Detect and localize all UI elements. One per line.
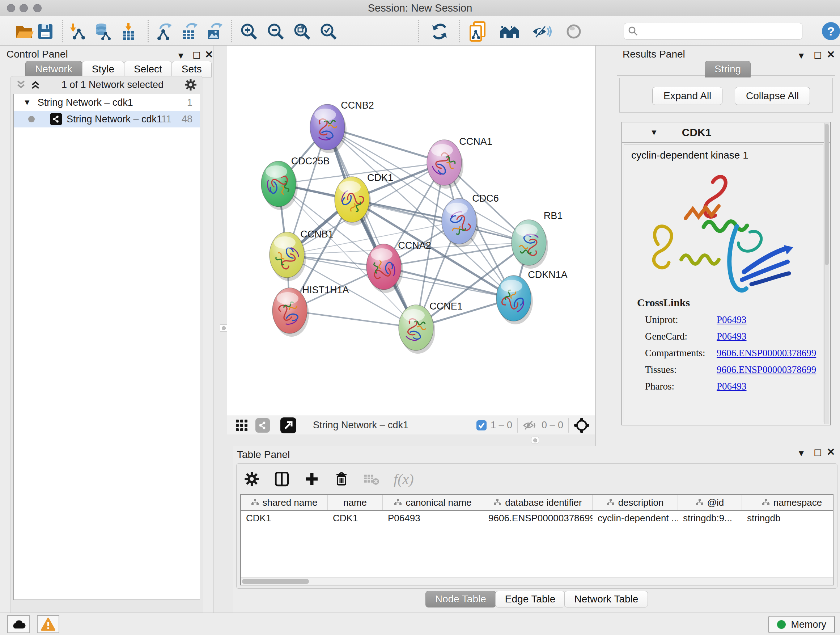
table-settings-gear-icon[interactable]: [244, 471, 260, 487]
control-panel-float-icon[interactable]: ◻: [193, 49, 201, 60]
import-table-file-button[interactable]: [118, 21, 139, 42]
window-zoom-button[interactable]: [33, 4, 42, 12]
collapse-all-button[interactable]: Collapse All: [735, 87, 810, 105]
left-splitter-handle[interactable]: [220, 325, 227, 332]
tab-select[interactable]: Select: [124, 61, 172, 78]
crosslink-link[interactable]: P06493: [717, 381, 747, 392]
network-node-CDK1[interactable]: CDK1: [335, 172, 393, 226]
tab-string[interactable]: String: [705, 61, 751, 78]
table-panel-float-icon[interactable]: ◻: [813, 446, 822, 458]
network-node-CCNA1[interactable]: CCNA1: [427, 136, 493, 188]
tab-network[interactable]: Network: [25, 61, 82, 78]
show-all-button[interactable]: [564, 21, 584, 42]
results-panel-menu-icon[interactable]: ▼: [797, 51, 806, 61]
selected-checkbox-icon[interactable]: [476, 420, 487, 431]
add-column-icon[interactable]: [304, 471, 320, 487]
table-panel-close-icon[interactable]: ✕: [827, 446, 835, 458]
export-network-button[interactable]: [154, 21, 174, 42]
expand-all-button[interactable]: Expand All: [652, 87, 722, 105]
import-network-database-button[interactable]: [92, 21, 112, 42]
clone-network-button[interactable]: [469, 21, 489, 42]
network-node-CCNB2[interactable]: CCNB2: [310, 100, 374, 153]
export-table-button[interactable]: [179, 21, 199, 42]
tab-node-table[interactable]: Node Table: [425, 591, 496, 608]
apply-layout-button[interactable]: [430, 21, 450, 42]
network-node-CDKN1A[interactable]: CDKN1A: [496, 269, 568, 325]
export-image-button[interactable]: [204, 21, 224, 42]
hide-selected-button[interactable]: [532, 21, 552, 42]
network-canvas[interactable]: CCNB2CCNA1CDC25BCDK1CDC6RB1CCNB1CCNA2CDK…: [227, 46, 595, 416]
column-header-canonical-name[interactable]: canonical name: [383, 495, 483, 510]
cell-canonical-name[interactable]: P06493: [383, 513, 483, 524]
table-horizontal-scrollbar[interactable]: [241, 578, 833, 585]
neighborhood-button[interactable]: [500, 21, 520, 42]
control-panel-menu-icon[interactable]: ▼: [177, 51, 185, 61]
crosslink-link[interactable]: P06493: [717, 314, 747, 325]
results-scrollbar-thumb[interactable]: [825, 124, 829, 265]
zoom-selected-button[interactable]: [318, 21, 339, 42]
cell-shared-name[interactable]: CDK1: [241, 513, 328, 524]
tab-sets[interactable]: Sets: [172, 61, 212, 78]
network-node-RB1[interactable]: RB1: [512, 211, 562, 269]
cell-name[interactable]: CDK1: [328, 513, 383, 524]
tab-style[interactable]: Style: [82, 61, 124, 78]
save-session-button[interactable]: [35, 21, 55, 42]
cell-description[interactable]: cyclin-dependent ...: [592, 513, 678, 524]
table-row[interactable]: CDK1CDK1P064939606.ENSP00000378699cyclin…: [241, 511, 833, 525]
collapse-all-icon[interactable]: [16, 79, 27, 90]
gear-icon[interactable]: [184, 78, 197, 91]
results-panel-close-icon[interactable]: ✕: [827, 49, 835, 60]
tree-expander-icon[interactable]: ▼: [23, 98, 31, 107]
network-node-CCNB1[interactable]: CCNB1: [270, 229, 333, 281]
birdseye-toggle-icon[interactable]: [280, 417, 296, 433]
network-node-HIST1H1A[interactable]: HIST1H1A: [272, 285, 349, 337]
zoom-fit-button[interactable]: [292, 21, 312, 42]
zoom-in-button[interactable]: [239, 21, 259, 42]
crosslink-link[interactable]: 9606.ENSP00000378699: [717, 364, 816, 375]
import-network-file-button[interactable]: [67, 21, 87, 42]
column-header--id[interactable]: @id: [678, 495, 742, 510]
column-header-shared-name[interactable]: shared name: [241, 495, 328, 510]
search-input[interactable]: [638, 26, 794, 37]
crosslink-link[interactable]: P06493: [717, 331, 747, 342]
crosslink-link[interactable]: 9606.ENSP00000378699: [717, 348, 816, 359]
network-row[interactable]: String Network – cdk1 11 48: [14, 111, 200, 127]
fit-selection-crosshair-icon[interactable]: [574, 417, 590, 433]
tab-edge-table[interactable]: Edge Table: [495, 591, 565, 608]
table-scrollbar-thumb[interactable]: [242, 579, 309, 584]
window-close-button[interactable]: [7, 4, 15, 12]
cloud-button[interactable]: [7, 615, 30, 633]
zoom-out-button[interactable]: [265, 21, 286, 42]
memory-button[interactable]: Memory: [768, 616, 835, 633]
network-edge-CCNB2-CCNE1[interactable]: [327, 127, 416, 328]
cell-namespace[interactable]: stringdb: [742, 513, 834, 524]
table-panel-menu-icon[interactable]: ▼: [797, 448, 806, 458]
cell--id[interactable]: stringdb:9...: [678, 513, 742, 524]
network-node-CCNA2[interactable]: CCNA2: [366, 240, 431, 293]
hidden-eye-icon[interactable]: [523, 419, 538, 432]
column-header-name[interactable]: name: [328, 495, 383, 510]
results-panel-float-icon[interactable]: ◻: [813, 49, 822, 60]
warnings-button[interactable]: [37, 615, 59, 633]
delete-column-trash-icon[interactable]: [333, 471, 349, 487]
network-collection-row[interactable]: ▼ String Network – cdk1 1: [14, 94, 200, 111]
column-header-database-identifier[interactable]: database identifier: [483, 495, 592, 510]
string-network-graph[interactable]: CCNB2CCNA1CDC25BCDK1CDC6RB1CCNB1CCNA2CDK…: [227, 46, 595, 416]
horizontal-splitter-handle[interactable]: [531, 437, 539, 444]
network-node-CCNE1[interactable]: CCNE1: [399, 301, 463, 354]
cell-database-identifier[interactable]: 9606.ENSP00000378699: [483, 513, 592, 524]
window-minimize-button[interactable]: [19, 4, 28, 12]
open-session-button[interactable]: [14, 21, 35, 42]
protein-entry-header[interactable]: ▼ CDK1: [622, 122, 830, 143]
grid-view-icon[interactable]: [235, 419, 248, 432]
tab-network-table[interactable]: Network Table: [564, 591, 648, 608]
show-columns-icon[interactable]: [273, 470, 290, 487]
entry-expander-icon[interactable]: ▼: [650, 128, 658, 137]
expand-all-icon[interactable]: [30, 79, 41, 90]
search-field[interactable]: [624, 23, 802, 40]
control-panel-close-icon[interactable]: ✕: [205, 49, 213, 60]
results-scrollbar[interactable]: [824, 123, 829, 424]
column-header-namespace[interactable]: namespace: [742, 495, 834, 510]
help-button[interactable]: ?: [822, 22, 840, 40]
network-share-view-icon[interactable]: [256, 418, 270, 432]
